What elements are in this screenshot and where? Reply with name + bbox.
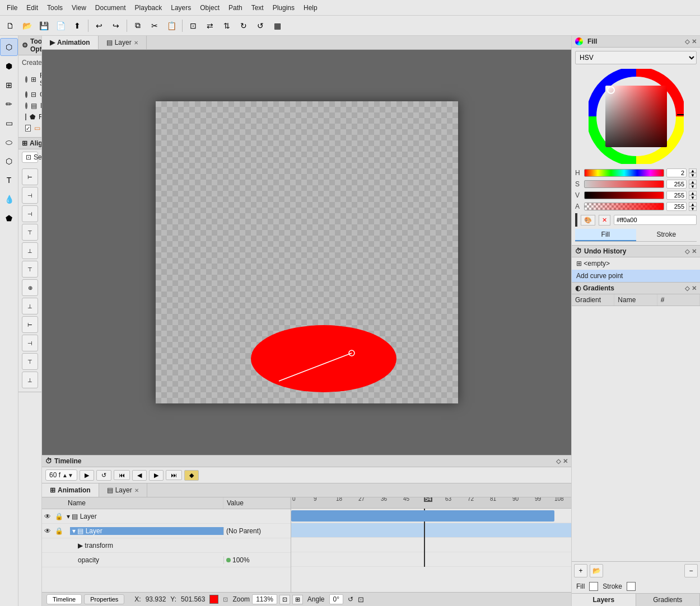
fill-swatch[interactable] <box>589 582 598 591</box>
fill-tool[interactable]: ⬟ <box>0 209 18 227</box>
layer-expand-2[interactable]: ▾ <box>72 527 76 535</box>
fill-option[interactable]: ⬟ Fill <box>22 111 38 123</box>
new-button[interactable]: 🗋 <box>2 18 18 34</box>
align-bottom-mid-btn[interactable]: ⊤ <box>22 224 38 241</box>
menu-document[interactable]: Document <box>91 2 130 13</box>
a-spin-down[interactable]: ▼ <box>689 206 697 211</box>
stroke-option[interactable]: ✓ ▭ Stroke <box>22 123 38 134</box>
dist-v-btn[interactable]: ⊥ <box>22 372 38 388</box>
s-slider[interactable] <box>584 180 664 188</box>
frame-count-spinner[interactable]: ▲▼ <box>62 472 73 478</box>
stroke-checkbox[interactable]: ✓ <box>25 125 31 131</box>
menu-plugins[interactable]: Plugins <box>268 2 299 13</box>
timeline-pin[interactable]: ◇ <box>556 458 561 465</box>
v-spin-down[interactable]: ▼ <box>689 195 697 200</box>
eye-toggle-1[interactable]: 👁 <box>42 513 53 520</box>
timeline-close[interactable]: ✕ <box>563 458 568 465</box>
stroke-swatch[interactable] <box>627 582 636 591</box>
paste-button[interactable]: 📋 <box>164 18 179 34</box>
align-left-btn[interactable]: ⊢ <box>22 168 38 185</box>
draw-tool[interactable]: ✏ <box>0 95 18 113</box>
star-tool[interactable]: ⬡ <box>0 152 18 170</box>
open-gradient-button[interactable]: 📂 <box>590 564 603 577</box>
next-frame-button[interactable]: ▶ <box>149 470 164 481</box>
select-tool[interactable]: ⬡ <box>0 38 18 56</box>
snap-icon[interactable]: ⊡ <box>358 595 364 604</box>
align-left-button[interactable]: ⊡ <box>185 18 201 34</box>
skip-start-button[interactable]: ⏮ <box>114 470 130 480</box>
fill-close[interactable]: ✕ <box>692 38 697 45</box>
copy-button[interactable]: ⧉ <box>130 18 146 34</box>
fill-pin[interactable]: ◇ <box>685 38 689 45</box>
color-picker-button[interactable]: 🎨 <box>581 215 595 226</box>
color-remove-button[interactable]: ✕ <box>599 215 610 226</box>
zoom-fit-page-button[interactable]: ⊞ <box>292 595 303 604</box>
angle-value[interactable]: 0° <box>329 594 343 604</box>
h-spin-down[interactable]: ▼ <box>689 173 697 177</box>
align-middle-v-btn[interactable]: ⊕ <box>22 279 38 296</box>
align-right-btn[interactable]: ⊣ <box>22 205 38 222</box>
a-value-input[interactable] <box>666 202 687 211</box>
undo-item-curve[interactable]: Add curve point <box>572 270 700 282</box>
play-button[interactable]: ▶ <box>80 470 94 481</box>
layer-tab-close[interactable]: ✕ <box>134 40 138 46</box>
align-top-btn[interactable]: ⊤ <box>22 261 38 278</box>
undo-close[interactable]: ✕ <box>692 248 697 255</box>
color-indicator[interactable] <box>209 595 218 604</box>
color-wheel-svg[interactable] <box>589 69 684 164</box>
zoom-value[interactable]: 113% <box>252 594 277 604</box>
menu-tools[interactable]: Tools <box>43 2 67 13</box>
menu-path[interactable]: Path <box>224 2 247 13</box>
ellipse-tool[interactable]: ⬭ <box>0 133 18 151</box>
eyedropper-tool[interactable]: 💧 <box>0 190 18 208</box>
add-gradient-button[interactable]: + <box>574 564 587 577</box>
undo-item-empty[interactable]: ⊞ <empty> <box>572 257 700 270</box>
layer-tab[interactable]: ▤ Layer ✕ <box>99 36 147 49</box>
properties-bottom-tab[interactable]: Properties <box>84 594 124 604</box>
h-slider[interactable] <box>584 169 664 177</box>
cut-button[interactable]: ✂ <box>147 18 162 34</box>
gradients-pin[interactable]: ◇ <box>685 285 689 292</box>
align-center-h-btn[interactable]: ⊣ <box>22 187 38 204</box>
align-bottom-btn[interactable]: ⊥ <box>22 298 38 314</box>
color-swatch-main[interactable] <box>575 213 577 227</box>
hex-value-input[interactable] <box>614 215 697 225</box>
eye-toggle-2[interactable]: 👁 <box>42 527 53 535</box>
tl-layer-close[interactable]: ✕ <box>134 487 139 494</box>
menu-playback[interactable]: Playback <box>130 2 167 13</box>
s-value-input[interactable] <box>666 180 687 189</box>
rectangle-tool[interactable]: ▭ <box>0 114 18 132</box>
v-slider[interactable] <box>584 191 664 199</box>
layer-expand-1[interactable]: ▾ <box>67 513 70 520</box>
layer-option[interactable]: ▤ Layer <box>22 100 38 111</box>
gradients-close[interactable]: ✕ <box>692 285 697 292</box>
menu-text[interactable]: Text <box>247 2 268 13</box>
layer-row-name-2[interactable]: ▾ ▤ Layer <box>70 527 223 535</box>
menu-edit[interactable]: Edit <box>22 2 43 13</box>
canvas-surface[interactable] <box>156 101 458 403</box>
zoom-fit-button[interactable]: ⊡ <box>279 595 290 604</box>
a-slider[interactable] <box>584 203 664 210</box>
track-bar-layer[interactable] <box>291 510 554 522</box>
redo-button[interactable]: ↪ <box>108 18 124 34</box>
menu-layers[interactable]: Layers <box>166 2 195 13</box>
transform-expand[interactable]: ▶ <box>78 542 83 549</box>
flip-h-button[interactable]: ⇄ <box>202 18 218 34</box>
raw-shape-radio[interactable] <box>25 76 27 83</box>
lock-toggle-2[interactable]: 🔒 <box>53 527 64 535</box>
rotate-ccw-button[interactable]: ↺ <box>253 18 268 34</box>
open-button[interactable]: 📂 <box>19 18 35 34</box>
h-value-input[interactable] <box>666 168 687 177</box>
export-button[interactable]: ⬆ <box>69 18 85 34</box>
dist-h-btn[interactable]: ⊣ <box>22 335 38 351</box>
loop-button[interactable]: ↺ <box>96 470 111 481</box>
group-button[interactable]: ▦ <box>269 18 285 34</box>
node-tool[interactable]: ⬢ <box>0 57 18 75</box>
save-button[interactable]: 💾 <box>36 18 52 34</box>
save-as-button[interactable]: 📄 <box>53 18 68 34</box>
rotate-cw-button[interactable]: ↻ <box>236 18 251 34</box>
v-value-input[interactable] <box>666 191 687 200</box>
skip-end-button[interactable]: ⏭ <box>166 470 182 480</box>
menu-view[interactable]: View <box>67 2 91 13</box>
lock-toggle-1[interactable]: 🔒 <box>53 513 64 520</box>
